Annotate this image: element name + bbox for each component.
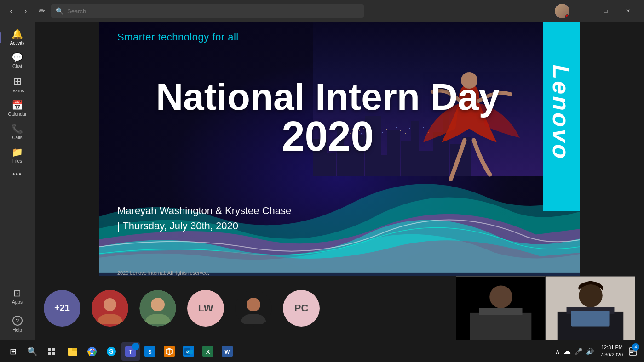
sidebar-label-files: Files — [12, 158, 22, 164]
apps-icon: ⊡ — [13, 288, 21, 298]
teams-icon: ⊞ — [13, 76, 22, 86]
svg-rect-12 — [470, 312, 532, 340]
presenters-line2: | Thursday, July 30th, 2020 — [117, 218, 291, 233]
svg-rect-49 — [630, 352, 633, 353]
presentation-area: Lenovo Smarter technology for all Nation… — [34, 22, 644, 276]
close-button[interactable]: ✕ — [617, 4, 638, 18]
user-avatar[interactable] — [555, 4, 569, 18]
participant-avatar-pc[interactable]: PC — [283, 290, 320, 327]
svg-rect-18 — [571, 310, 610, 326]
teams-badge — [132, 343, 139, 350]
tray-time-value: 12:31 PM — [600, 344, 623, 351]
main-area: 🔔 Activity 💬 Chat ⊞ Teams 📅 Calendar 📞 C… — [0, 22, 644, 340]
more-icon: ••• — [12, 171, 22, 177]
system-tray: ∧ ☁ 🎤 🔊 12:31 PM 7/30/2020 4 — [555, 342, 640, 361]
tray-onedrive[interactable]: ☁ — [564, 347, 571, 356]
nav-buttons: ‹ › — [6, 6, 31, 17]
svg-rect-13 — [479, 308, 522, 315]
svg-rect-24 — [68, 351, 77, 356]
participant-avatar-2[interactable] — [139, 290, 176, 327]
sidebar-label-apps: Apps — [12, 300, 23, 305]
svg-rect-48 — [630, 351, 636, 352]
taskbar-search-button[interactable]: 🔍 — [23, 342, 41, 361]
taskbar-app-outlook[interactable]: O — [179, 342, 198, 361]
sidebar-item-files[interactable]: 📁 Files — [0, 144, 34, 167]
sidebar-item-more[interactable]: ••• — [0, 167, 34, 181]
taskbar-app-excel[interactable]: X — [199, 342, 217, 361]
tray-icons: ∧ ☁ 🎤 🔊 — [555, 347, 594, 356]
svg-point-11 — [489, 285, 512, 308]
svg-text:X: X — [206, 348, 210, 355]
slide-subtitle: Smarter technology for all — [117, 31, 239, 43]
svg-point-6 — [151, 298, 165, 311]
slide-copyright: 2020 Lenovo Internal. All rights reserve… — [117, 270, 209, 276]
sidebar-label-chat: Chat — [12, 64, 22, 69]
tray-volume[interactable]: 🔊 — [586, 348, 594, 355]
sidebar-label-teams: Teams — [11, 88, 24, 93]
taskbar-app-explorer[interactable] — [63, 342, 82, 361]
activity-icon: 🔔 — [12, 29, 23, 39]
sidebar-item-activity[interactable]: 🔔 Activity — [0, 26, 34, 49]
title-bar: ‹ › ✏ 🔍 ─ □ ✕ — [0, 0, 644, 22]
tray-chevron[interactable]: ∧ — [555, 348, 560, 355]
chat-icon: 💬 — [12, 53, 23, 62]
tray-mic[interactable]: 🎤 — [575, 348, 582, 355]
sidebar-item-teams[interactable]: ⊞ Teams — [0, 73, 34, 97]
svg-rect-23 — [68, 348, 72, 351]
svg-rect-22 — [52, 352, 55, 355]
sidebar-item-help[interactable]: ? Help — [0, 312, 34, 336]
participant-overflow[interactable]: +21 — [44, 290, 80, 327]
sidebar-item-apps[interactable]: ⊡ Apps — [0, 285, 34, 308]
slide-title-line2: 2020 — [117, 116, 538, 157]
sidebar-item-chat[interactable]: 💬 Chat — [0, 49, 34, 73]
svg-text:W: W — [224, 349, 230, 355]
participant-avatar-1[interactable] — [92, 290, 128, 327]
presenters-line1: Mareyah Washington & Krystee Chase — [117, 203, 291, 218]
status-indicator — [565, 14, 569, 18]
slide: Lenovo Smarter technology for all Nation… — [99, 22, 580, 276]
video-feed-2 — [545, 276, 635, 340]
taskbar-app-teams[interactable]: T — [121, 342, 140, 361]
lenovo-badge: Lenovo — [543, 22, 580, 211]
notification-count: 4 — [632, 343, 639, 351]
svg-rect-20 — [52, 348, 55, 351]
taskbar-app-word[interactable]: W — [218, 342, 236, 361]
slide-main-title: National Intern Day 2020 — [117, 78, 538, 157]
calendar-icon: 📅 — [12, 101, 23, 110]
search-input[interactable] — [67, 8, 359, 15]
titlebar-right: ─ □ ✕ — [555, 4, 638, 18]
search-bar[interactable]: 🔍 — [51, 4, 364, 18]
help-icon: ? — [12, 316, 23, 326]
sidebar-item-calls[interactable]: 📞 Calls — [0, 120, 34, 144]
back-button[interactable]: ‹ — [6, 6, 17, 17]
taskbar-app-chrome[interactable] — [83, 342, 101, 361]
svg-text:S: S — [109, 348, 113, 355]
participant-bar: +21 LW — [34, 276, 644, 340]
minimize-button[interactable]: ─ — [573, 4, 594, 18]
slide-presenters: Mareyah Washington & Krystee Chase | Thu… — [117, 203, 291, 233]
taskbar-app-skype[interactable]: S — [102, 342, 121, 361]
taskbar-app-box[interactable] — [160, 342, 178, 361]
window-controls: ─ □ ✕ — [573, 4, 638, 18]
video-feeds — [455, 276, 635, 340]
svg-rect-21 — [48, 352, 51, 355]
sidebar-label-activity: Activity — [10, 40, 25, 45]
start-button[interactable]: ⊞ — [4, 342, 22, 361]
maximize-button[interactable]: □ — [595, 4, 616, 18]
taskbar-app-app5[interactable]: S — [141, 342, 159, 361]
participant-avatar-lw[interactable]: LW — [187, 290, 224, 327]
content-area: Lenovo Smarter technology for all Nation… — [34, 22, 644, 340]
sidebar: 🔔 Activity 💬 Chat ⊞ Teams 📅 Calendar 📞 C… — [0, 22, 34, 340]
svg-point-8 — [247, 298, 260, 311]
notification-center[interactable]: 4 — [626, 342, 640, 361]
forward-button[interactable]: › — [20, 6, 31, 17]
tray-date-value: 7/30/2020 — [600, 351, 623, 358]
files-icon: 📁 — [12, 147, 23, 157]
taskbar-apps: S T S — [63, 342, 236, 361]
participant-avatar-4[interactable] — [235, 290, 272, 327]
compose-button[interactable]: ✏ — [39, 6, 46, 16]
search-icon: 🔍 — [56, 7, 63, 15]
task-view-button[interactable] — [42, 342, 61, 361]
tray-clock[interactable]: 12:31 PM 7/30/2020 — [600, 344, 623, 358]
sidebar-item-calendar[interactable]: 📅 Calendar — [0, 97, 34, 120]
